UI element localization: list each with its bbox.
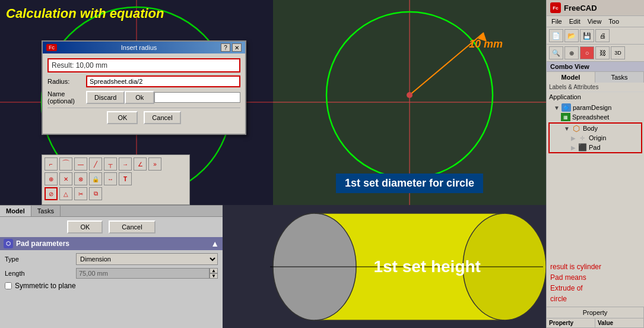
combo-tabs: Model Tasks [547, 72, 644, 83]
tb-zoom-fit[interactable]: ⊕ [564, 46, 579, 59]
menu-bar: File Edit View Too [547, 16, 644, 27]
pad-section-header: ⬡ Pad parameters ▲ [0, 237, 223, 250]
cylinder-area: 1st set height [223, 205, 546, 328]
toolbar-icon-square-copy[interactable]: ⧉ [89, 187, 102, 200]
length-down-btn[interactable]: ▼ [210, 273, 218, 279]
property-col-value: Value [595, 318, 644, 327]
pad-area: Model Tasks OK Cancel ⬡ Pad parameters ▲… [0, 205, 223, 328]
ok-small-btn[interactable]: Ok [125, 91, 154, 104]
pad-params-content: Type Dimension Length ▲ ▼ [0, 250, 223, 296]
paramdesign-label: paramDesign [573, 104, 611, 111]
toolbar-icon-scissors[interactable]: ✂ [74, 187, 87, 200]
property-header: Property [547, 307, 644, 318]
tb-save[interactable]: 💾 [580, 29, 594, 42]
toolbar-icon-angle[interactable]: ∠ [134, 157, 147, 171]
length-input[interactable] [76, 268, 210, 279]
discard-btn[interactable]: Discard [86, 91, 125, 104]
toolbar-icon-line[interactable]: — [74, 157, 87, 171]
tasks-tab[interactable]: Tasks [31, 206, 61, 216]
tree-spreadsheet[interactable]: ▦ Spreadsheet [547, 112, 644, 122]
combo-tasks-tab[interactable]: Tasks [595, 72, 644, 83]
spreadsheet-label: Spreadsheet [572, 113, 609, 121]
pad-section-icon: ⬡ [4, 239, 13, 248]
tb-chain[interactable]: ⛓ [595, 46, 610, 59]
toolbar-icon-arrows-h[interactable]: ↔ [104, 172, 117, 185]
tb-open[interactable]: 📂 [564, 29, 579, 42]
combo-view-label: Combo View [547, 62, 644, 72]
sketch-area: Calculation with equation Fc Insert radi… [0, 0, 273, 205]
dialog-titlebar: Fc Insert radius ? ✕ [43, 42, 245, 53]
symmetric-label: Symmetric to plane [15, 282, 76, 290]
tb-print[interactable]: 🖨 [595, 29, 610, 42]
body-icon: ⬡ [572, 124, 581, 133]
dialog-close-btn[interactable]: ✕ [232, 43, 242, 52]
pad-cancel-btn[interactable]: Cancel [109, 220, 155, 234]
length-label: Length [5, 270, 76, 277]
name-input[interactable] [154, 92, 240, 103]
origin-label: Origin [589, 134, 606, 141]
toolbar-icon-cross[interactable]: ⊕ [45, 172, 58, 185]
result-display: Result: 10,00 mm [47, 58, 240, 72]
tb-new[interactable]: 📄 [549, 29, 563, 42]
pad-label: Pad [589, 144, 601, 151]
pad-ok-btn[interactable]: OK [67, 220, 103, 234]
toolbar-icon-x[interactable]: ✕ [59, 172, 72, 185]
pad-top-buttons: OK Cancel [0, 217, 223, 237]
model-tab[interactable]: Model [0, 206, 31, 216]
toolbar-icon-arrow[interactable]: → [119, 157, 132, 171]
type-select[interactable]: Dimension [76, 253, 218, 265]
menu-view[interactable]: View [586, 17, 603, 26]
insert-radius-dialog: Fc Insert radius ? ✕ Result: 10,00 mm Ra… [42, 40, 246, 135]
pad-tabs: Model Tasks [0, 206, 223, 217]
tb-zoom[interactable]: 🔍 [549, 46, 563, 59]
toolbar-icon-arc[interactable]: ⌒ [59, 157, 72, 171]
body-box: ▼ ⬡ Body ▶ ✛ Origin ▶ ⬛ Pad [548, 122, 642, 153]
name-label: Name (optional) [47, 90, 86, 105]
combo-model-tab[interactable]: Model [547, 72, 595, 83]
type-label: Type [5, 256, 76, 263]
dialog-title: Insert radius [121, 44, 157, 51]
menu-file[interactable]: File [550, 17, 563, 26]
toolbar-icon-lock[interactable]: 🔒 [89, 172, 102, 185]
freecad-title: FreeCAD [564, 4, 597, 12]
labels-attrs: Labels & Attributes [547, 83, 644, 92]
toolbar-icon-corner[interactable]: ⌐ [45, 157, 58, 171]
pad-collapse-btn[interactable]: ▲ [211, 239, 219, 248]
tree-paramdesign[interactable]: ▼ 🔷 paramDesign [547, 103, 644, 112]
dialog-freecad-icon: Fc [46, 44, 57, 51]
dialog-help-btn[interactable]: ? [221, 43, 230, 52]
radius-input[interactable] [86, 75, 240, 87]
toolbar-icon-text[interactable]: T [119, 172, 132, 185]
toolbar-icon-circle-slash[interactable]: ⊘ [45, 187, 58, 200]
property-columns: Property Value [547, 318, 644, 328]
freecad-header: Fc FreeCAD [547, 0, 644, 16]
cancel-btn[interactable]: Cancel [144, 111, 180, 124]
toolbar-icon-tee[interactable]: ┬ [104, 157, 117, 171]
ok-btn[interactable]: OK [107, 111, 138, 124]
tb-circle-red[interactable]: ○ [580, 46, 594, 59]
tree-body[interactable]: ▼ ⬡ Body [550, 124, 641, 133]
menu-too[interactable]: Too [607, 17, 620, 26]
toolbar-strip: 📄 📂 💾 🖨 [547, 27, 644, 45]
length-up-btn[interactable]: ▲ [210, 268, 218, 273]
tree-area: ▼ 🔷 paramDesign ▦ Spreadsheet ▼ ⬡ Body ▶… [547, 102, 644, 259]
toolbar-icon-circle-cross[interactable]: ⊗ [74, 172, 87, 185]
tb-3d[interactable]: 3D [611, 46, 625, 59]
property-tab[interactable]: Property [547, 307, 644, 318]
sketch-3d-area: 10 mm 1st set diameter for circle [273, 0, 546, 205]
application-label: Application [547, 92, 644, 102]
svg-text:10 mm: 10 mm [469, 38, 503, 50]
property-col-name: Property [547, 318, 595, 327]
menu-edit[interactable]: Edit [568, 17, 582, 26]
calc-title: Calculation with equation [6, 6, 164, 21]
symmetric-checkbox[interactable] [5, 282, 12, 289]
tree-origin[interactable]: ▶ ✛ Origin [550, 133, 641, 143]
toolbar-icon-triangle[interactable]: △ [59, 187, 72, 200]
origin-icon: ✛ [578, 134, 587, 142]
toolbar-icon-diagonal[interactable]: ╱ [89, 157, 102, 171]
pad-section-title: Pad parameters [16, 239, 69, 248]
tree-pad[interactable]: ▶ ⬛ Pad [550, 143, 641, 152]
red-text-area: result is cylinderPad meansExtrude ofcir… [547, 259, 644, 307]
toolbar-expand[interactable]: » [148, 157, 161, 171]
radius-label: Radius: [47, 78, 86, 85]
